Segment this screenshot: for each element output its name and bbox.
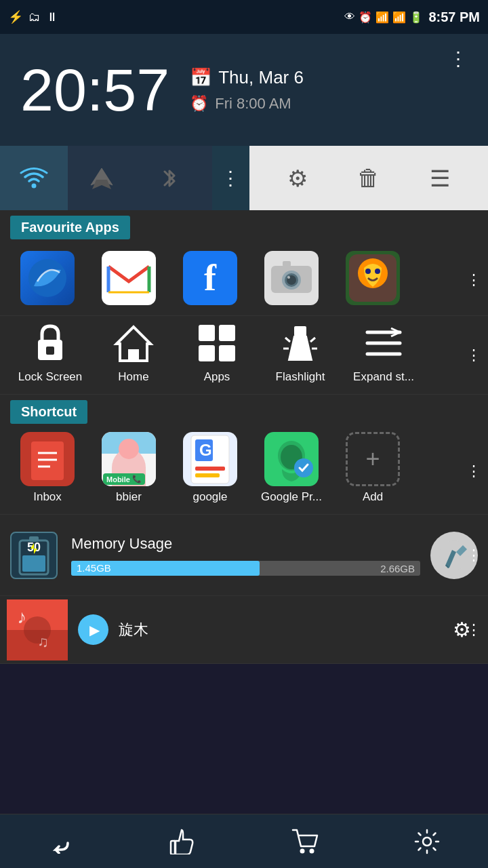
qs-settings-icon[interactable]: ⚙ bbox=[287, 165, 308, 192]
fav-app-gmail[interactable] bbox=[92, 251, 166, 305]
favourite-apps-section: Favourite Apps bbox=[0, 210, 488, 316]
flashlight-icon bbox=[277, 319, 324, 367]
qs-wifi-button[interactable] bbox=[0, 146, 68, 210]
shortcut-header: Shortcut bbox=[0, 395, 488, 429]
fav-app-facebook[interactable]: f bbox=[173, 251, 247, 305]
qs-more-button[interactable]: ⋮ bbox=[212, 146, 249, 210]
shortcut-section: Shortcut Inbox bbox=[0, 395, 488, 515]
action-lockscreen[interactable]: Lock Screen bbox=[10, 319, 90, 384]
action-expand[interactable]: Expand st... bbox=[344, 319, 424, 384]
inbox-app-icon bbox=[20, 432, 75, 486]
svg-text:♪: ♪ bbox=[17, 606, 26, 627]
memory-used-label: 1.45GB bbox=[77, 562, 111, 574]
svg-rect-15 bbox=[46, 347, 54, 355]
battery-icon: 🔋 bbox=[409, 11, 423, 24]
shortcut-menu-button[interactable]: ⋮ bbox=[463, 459, 485, 484]
action-flashlight-label: Flashlight bbox=[276, 370, 325, 384]
qs-menu-icon[interactable]: ☰ bbox=[430, 165, 450, 192]
svg-rect-45 bbox=[22, 555, 45, 572]
thumbsup-icon bbox=[169, 829, 197, 854]
svg-point-8 bbox=[287, 276, 290, 279]
qs-trash-icon[interactable]: 🗑 bbox=[357, 165, 380, 191]
settings-button[interactable] bbox=[400, 821, 454, 862]
airplane-icon bbox=[87, 165, 117, 192]
qs-overflow-area: ⚙ 🗑 ☰ bbox=[249, 146, 489, 210]
fav-app-boatbrowser[interactable] bbox=[10, 251, 85, 305]
music-play-button[interactable]: ▶ bbox=[78, 614, 108, 645]
apps-icon bbox=[193, 319, 241, 367]
svg-text:G: G bbox=[199, 441, 212, 459]
action-home[interactable]: Home bbox=[94, 319, 174, 384]
action-apps-label: Apps bbox=[204, 370, 230, 384]
svg-rect-16 bbox=[128, 349, 139, 361]
shortcut-apps-row: Inbox Mobile 📞 bbier bbox=[0, 429, 488, 514]
clock-right: 📅 Thu, Mar 6 ⏰ Fri 8:00 AM bbox=[190, 67, 442, 113]
memory-total-label: 2.66GB bbox=[380, 562, 415, 574]
music-title: 旋木 bbox=[119, 620, 453, 640]
bottom-navigation bbox=[0, 814, 488, 868]
signal-icon: 📶 bbox=[375, 11, 389, 24]
facebook-icon: f bbox=[183, 251, 237, 305]
play-icon: ▶ bbox=[89, 622, 100, 638]
clock-date-text: Thu, Mar 6 bbox=[218, 67, 304, 88]
music-menu-button[interactable]: ⋮ bbox=[463, 618, 485, 642]
memory-title: Memory Usage bbox=[71, 535, 420, 553]
cart-button[interactable] bbox=[278, 821, 332, 862]
google-app-icon: G bbox=[183, 432, 237, 486]
inbox-app-label: Inbox bbox=[33, 490, 62, 504]
memory-content: Memory Usage 1.45GB 2.66GB bbox=[71, 535, 420, 576]
status-right-icons: 👁 ⏰ 📶 📶 🔋 bbox=[344, 11, 423, 24]
memory-menu-button[interactable]: ⋮ bbox=[463, 543, 485, 568]
wifi-icon bbox=[19, 167, 49, 190]
shortcut-bbier[interactable]: Mobile 📞 bbier bbox=[92, 432, 166, 504]
back-button[interactable] bbox=[34, 821, 88, 862]
shortcut-add[interactable]: + Add bbox=[336, 432, 410, 504]
eye-icon: 👁 bbox=[344, 11, 355, 23]
shortcut-label: Shortcut bbox=[10, 400, 87, 424]
fav-apps-menu-button[interactable]: ⋮ bbox=[463, 268, 485, 292]
clock-menu-button[interactable]: ⋮ bbox=[442, 41, 474, 77]
svg-rect-53 bbox=[171, 841, 176, 854]
bbier-app-icon: Mobile 📞 bbox=[102, 432, 156, 486]
fav-apps-header: Favourite Apps bbox=[0, 210, 488, 244]
shortcut-inbox[interactable]: Inbox bbox=[10, 432, 85, 504]
action-flashlight[interactable]: Flashlight bbox=[260, 319, 340, 384]
memory-bar-fill: 1.45GB bbox=[71, 561, 260, 576]
svg-rect-38 bbox=[195, 473, 220, 477]
status-left-icons: ⚡ 🗂 ⏸ bbox=[8, 9, 58, 24]
bbier-app-label: bbier bbox=[116, 490, 142, 504]
like-button[interactable] bbox=[156, 821, 210, 862]
action-lockscreen-label: Lock Screen bbox=[18, 370, 83, 384]
qs-bluetooth-button[interactable] bbox=[136, 146, 203, 210]
svg-line-22 bbox=[285, 338, 290, 342]
clock-time: 20:57 bbox=[20, 60, 169, 120]
fav-apps-row: f bbox=[0, 244, 488, 315]
quick-actions-section: Lock Screen Home bbox=[0, 316, 488, 395]
svg-rect-37 bbox=[195, 467, 225, 471]
quick-actions-menu-button[interactable]: ⋮ bbox=[463, 343, 485, 368]
qs-airplane-button[interactable] bbox=[68, 146, 136, 210]
music-section: ♪ ♫ ▶ 旋木 ⚙ ⋮ bbox=[0, 596, 488, 664]
settings-icon bbox=[414, 829, 440, 854]
more-dots-icon: ⋮ bbox=[221, 167, 240, 189]
home-icon bbox=[110, 319, 157, 367]
pause-icon: ⏸ bbox=[46, 10, 58, 24]
svg-point-56 bbox=[423, 837, 431, 846]
gmail-icon bbox=[102, 251, 156, 305]
action-home-label: Home bbox=[118, 370, 148, 384]
googlepr-app-icon bbox=[264, 432, 319, 486]
svg-rect-19 bbox=[199, 345, 215, 361]
status-right-area: 👁 ⏰ 📶 📶 🔋 8:57 PM bbox=[344, 9, 480, 25]
google-app-label: google bbox=[192, 490, 227, 504]
shortcut-google[interactable]: G google bbox=[173, 432, 247, 504]
svg-rect-21 bbox=[294, 326, 306, 336]
fav-app-coc[interactable] bbox=[336, 251, 410, 305]
quick-actions-row: Lock Screen Home bbox=[0, 316, 488, 394]
svg-text:♫: ♫ bbox=[37, 633, 49, 650]
svg-point-55 bbox=[310, 848, 314, 853]
shortcut-googlepr[interactable]: Google Pr... bbox=[254, 432, 329, 504]
fav-app-camera[interactable] bbox=[254, 251, 329, 305]
clock-alarm-text: Fri 8:00 AM bbox=[215, 95, 291, 113]
add-shortcut-icon: + bbox=[346, 432, 400, 486]
action-apps[interactable]: Apps bbox=[177, 319, 257, 384]
